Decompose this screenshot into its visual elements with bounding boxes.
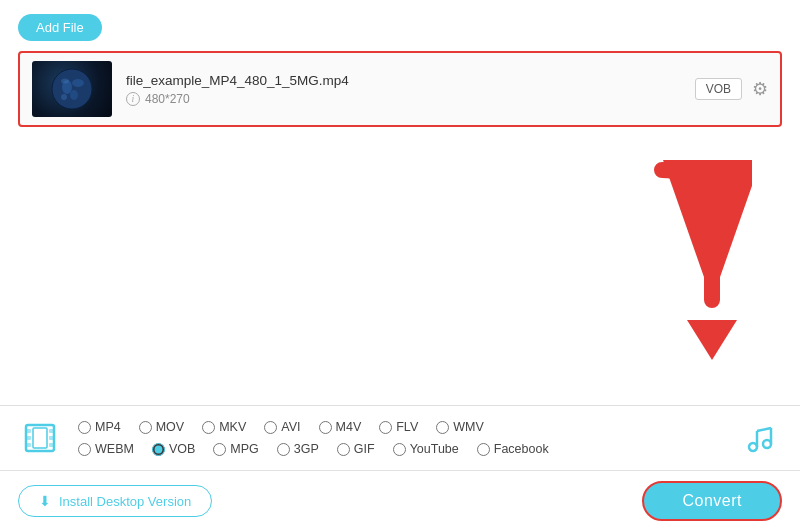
- arrow-indicator: [632, 160, 752, 360]
- download-icon: ⬇: [39, 493, 51, 509]
- install-desktop-button[interactable]: ⬇ Install Desktop Version: [18, 485, 212, 517]
- bottom-bar: ⬇ Install Desktop Version Convert: [0, 470, 800, 531]
- file-list: file_example_MP4_480_1_5MG.mp4 i 480*270…: [0, 51, 800, 127]
- format-webm[interactable]: WEBM: [70, 440, 142, 458]
- header: Add File: [0, 0, 800, 51]
- file-meta: i 480*270: [126, 92, 681, 106]
- format-facebook[interactable]: Facebook: [469, 440, 557, 458]
- svg-rect-10: [26, 429, 31, 433]
- file-name: file_example_MP4_480_1_5MG.mp4: [126, 73, 681, 88]
- app-container: Add File file_example_MP4_480_1_5MG: [0, 0, 800, 531]
- info-icon: i: [126, 92, 140, 106]
- main-content: MP4 MOV MKV AVI M4V FLV: [0, 127, 800, 470]
- svg-rect-12: [26, 443, 31, 447]
- film-icon-container: [18, 416, 62, 460]
- file-info: file_example_MP4_480_1_5MG.mp4 i 480*270: [126, 73, 681, 106]
- format-flv[interactable]: FLV: [371, 418, 426, 436]
- format-avi[interactable]: AVI: [256, 418, 308, 436]
- format-wmv[interactable]: WMV: [428, 418, 492, 436]
- file-actions: VOB ⚙: [695, 78, 768, 100]
- svg-point-4: [61, 94, 67, 100]
- format-mpg[interactable]: MPG: [205, 440, 266, 458]
- svg-line-21: [757, 428, 771, 431]
- file-resolution: 480*270: [145, 92, 190, 106]
- svg-point-3: [70, 90, 78, 100]
- format-bar: MP4 MOV MKV AVI M4V FLV: [0, 405, 800, 470]
- format-vob[interactable]: VOB: [144, 440, 203, 458]
- svg-rect-15: [49, 443, 54, 447]
- svg-point-2: [72, 79, 84, 87]
- format-mov[interactable]: MOV: [131, 418, 192, 436]
- install-label: Install Desktop Version: [59, 494, 191, 509]
- svg-marker-8: [687, 320, 737, 360]
- music-icon: [745, 423, 775, 453]
- svg-rect-16: [33, 428, 47, 448]
- format-youtube[interactable]: YouTube: [385, 440, 467, 458]
- file-item: file_example_MP4_480_1_5MG.mp4 i 480*270…: [18, 51, 782, 127]
- svg-rect-11: [26, 436, 31, 440]
- file-thumbnail: [32, 61, 112, 117]
- convert-button[interactable]: Convert: [642, 481, 782, 521]
- svg-rect-14: [49, 436, 54, 440]
- music-icon-area: [738, 416, 782, 460]
- svg-rect-13: [49, 429, 54, 433]
- format-mp4[interactable]: MP4: [70, 418, 129, 436]
- film-icon: [21, 419, 59, 457]
- add-file-button[interactable]: Add File: [18, 14, 102, 41]
- format-badge[interactable]: VOB: [695, 78, 742, 100]
- format-m4v[interactable]: M4V: [311, 418, 370, 436]
- settings-icon[interactable]: ⚙: [752, 78, 768, 100]
- svg-point-6: [61, 79, 69, 84]
- format-3gp[interactable]: 3GP: [269, 440, 327, 458]
- format-gif[interactable]: GIF: [329, 440, 383, 458]
- format-mkv[interactable]: MKV: [194, 418, 254, 436]
